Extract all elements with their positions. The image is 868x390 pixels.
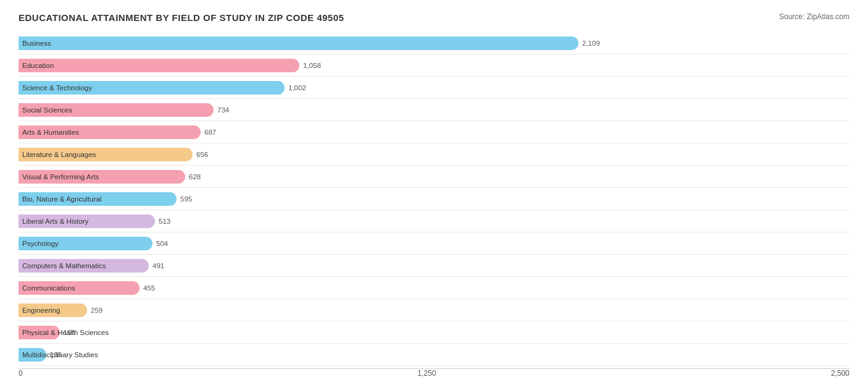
bar-value: 491 [152,262,164,269]
bar-value: 1,002 [288,84,306,91]
bar: Multidisciplinary Studies [19,348,46,362]
bar-value: 734 [217,106,229,114]
chart-area: Business2,109Education1,058Science & Tec… [19,32,849,366]
bar: Computers & Mathematics [19,259,149,273]
bar-label: Computers & Mathematics [22,262,106,269]
bar-row: Communications455 [19,277,849,299]
bar-value: 155 [64,329,75,336]
bar-label: Bio, Nature & Agricultural [22,195,101,203]
bar: Communications [19,281,140,295]
bar-label: Psychology [22,240,59,247]
bar-container: Psychology504 [19,232,849,254]
bar-value: 628 [189,173,201,180]
bar: Arts & Humanities [19,125,201,139]
bar-label: Communications [22,284,75,292]
bar-row: Visual & Performing Arts628 [19,166,849,188]
bar-label: Science & Technology [22,84,92,91]
bar: Bio, Nature & Agricultural [19,192,177,206]
bar: Business [19,36,578,50]
bar-value: 1,058 [303,62,321,69]
bar: Visual & Performing Arts [19,170,185,184]
bar-row: Psychology504 [19,232,849,255]
bar-row: Business2,109 [19,32,849,54]
bar-row: Arts & Humanities687 [19,121,849,143]
bar-container: Science & Technology1,002 [19,77,849,98]
bar-row: Multidisciplinary Studies105 [19,344,849,366]
bar-label: Social Sciences [22,106,72,114]
bar-container: Bio, Nature & Agricultural595 [19,188,849,210]
source-label: Source: ZipAtlas.com [779,12,849,21]
bar-container: Arts & Humanities687 [19,121,849,143]
bar-value: 513 [159,218,170,225]
bar-container: Multidisciplinary Studies105 [19,344,849,365]
bar-row: Science & Technology1,002 [19,77,849,99]
bar-container: Education1,058 [19,54,849,76]
bar-row: Social Sciences734 [19,99,849,121]
chart-title: EDUCATIONAL ATTAINMENT BY FIELD OF STUDY… [19,12,344,23]
bar-container: Liberal Arts & History513 [19,210,849,232]
bar-row: Literature & Languages656 [19,143,849,166]
bar-label: Liberal Arts & History [22,218,88,225]
bar-container: Social Sciences734 [19,99,849,121]
bar-container: Computers & Mathematics491 [19,255,849,276]
bar-row: Physical & Health Sciences155 [19,321,849,344]
bar-label: Literature & Languages [22,151,96,158]
bar: Physical & Health Sciences [19,326,60,339]
bar-container: Business2,109 [19,32,849,54]
bar-label: Education [22,62,54,69]
bar-row: Engineering259 [19,299,849,321]
bar: Psychology [19,237,152,250]
bar-label: Arts & Humanities [22,129,79,136]
bar-row: Education1,058 [19,54,849,77]
bar-value: 656 [196,151,208,158]
bar-value: 687 [204,129,216,136]
bar: Social Sciences [19,103,214,117]
bar: Engineering [19,303,87,317]
bar: Liberal Arts & History [19,214,155,228]
bar-container: Physical & Health Sciences155 [19,321,849,343]
bar: Science & Technology [19,81,285,95]
bar-row: Bio, Nature & Agricultural595 [19,188,849,210]
bar-row: Computers & Mathematics491 [19,255,849,277]
x-axis-label: 1,250 [417,369,436,378]
bar-value: 2,109 [582,40,600,47]
x-axis-label: 2,500 [831,369,849,378]
bar-value: 105 [50,351,62,358]
bar: Education [19,59,299,72]
bar-value: 504 [156,240,168,247]
bar-value: 595 [180,195,192,203]
bar-value: 259 [91,307,102,314]
bar-container: Engineering259 [19,299,849,321]
bar: Literature & Languages [19,148,193,161]
bar-label: Engineering [22,307,60,314]
bar-label: Visual & Performing Arts [22,173,99,180]
bar-container: Visual & Performing Arts628 [19,166,849,187]
bar-value: 455 [143,284,155,292]
x-axis: 01,2502,500 [19,368,849,378]
bar-label: Business [22,40,51,47]
bar-row: Liberal Arts & History513 [19,210,849,232]
bar-container: Communications455 [19,277,849,299]
x-axis-label: 0 [19,369,23,378]
bar-container: Literature & Languages656 [19,143,849,165]
